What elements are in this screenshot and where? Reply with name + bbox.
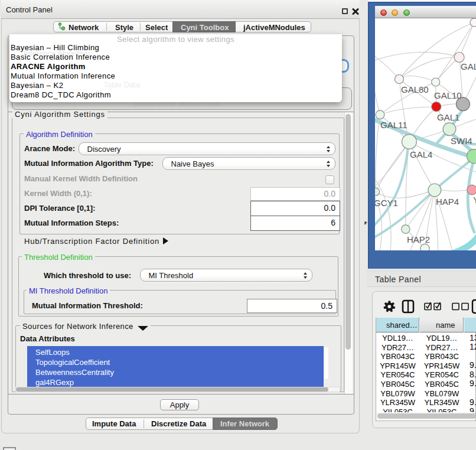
- svg-text:Y: Y: [473, 195, 476, 205]
- svg-text:GCY1: GCY1: [375, 198, 398, 208]
- svg-text:HAP4: HAP4: [436, 197, 459, 207]
- svg-text:GAL10: GAL10: [434, 90, 462, 100]
- svg-text:GAL7: GAL7: [461, 61, 476, 71]
- svg-text:GAL80: GAL80: [401, 84, 429, 94]
- svg-text:HAP2: HAP2: [407, 234, 430, 244]
- svg-text:SWI4: SWI4: [451, 136, 472, 146]
- svg-text:GAL4: GAL4: [410, 149, 432, 159]
- svg-text:GAL11: GAL11: [380, 120, 407, 130]
- svg-text:GAL1: GAL1: [437, 112, 459, 122]
